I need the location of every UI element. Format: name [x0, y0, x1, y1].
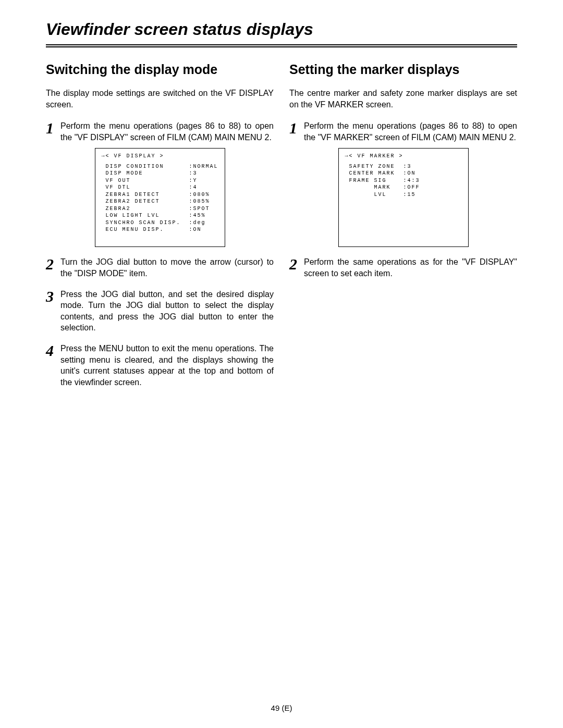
step-text: Perform the menu operations (pages 86 to… [304, 120, 517, 143]
left-intro: The display mode settings are switched o… [46, 88, 274, 110]
step-text: Turn the JOG dial button to move the arr… [60, 256, 274, 279]
menu-row: CENTER MARK :ON [345, 170, 462, 177]
menu-row: MARK :OFF [345, 184, 462, 191]
right-column: Setting the marker displays The centre m… [289, 62, 517, 388]
right-step-2: 2 Perform the same operations as for the… [289, 256, 517, 279]
step-text: Press the JOG dial button, and set the d… [60, 289, 274, 334]
menu-row: ZEBRA1 DETECT :080% [102, 191, 218, 199]
menu-row: DISP MODE :3 [102, 170, 218, 177]
step-number: 2 [289, 256, 302, 272]
menu-row: LVL :15 [345, 191, 462, 199]
right-step-1: 1 Perform the menu operations (pages 86 … [289, 120, 517, 143]
right-intro: The centre marker and safety zone marker… [289, 88, 517, 110]
menu-row: LOW LIGHT LVL :45% [102, 212, 218, 219]
step-number: 3 [46, 289, 58, 304]
left-step-4: 4 Press the MENU button to exit the menu… [46, 343, 274, 388]
menu-body: DISP CONDITION :NORMAL DISP MODE :3 VF O… [102, 163, 218, 233]
menu-row: SYNCHRO SCAN DISP. :deg [102, 219, 218, 227]
menu-row: SAFETY ZONE :3 [345, 163, 462, 170]
page-title: Viewfinder screen status displays [46, 20, 517, 42]
left-heading: Switching the display mode [46, 62, 274, 77]
left-column: Switching the display mode The display m… [46, 62, 274, 388]
step-number: 2 [46, 256, 58, 272]
step-number: 4 [46, 343, 58, 359]
menu-row: ECU MENU DISP. :ON [102, 226, 218, 233]
title-rule [46, 44, 517, 47]
step-text: Press the MENU button to exit the menu o… [60, 343, 274, 388]
vf-display-menu: →< VF DISPLAY > DISP CONDITION :NORMAL D… [95, 148, 225, 247]
step-text: Perform the menu operations (pages 86 to… [60, 120, 274, 143]
menu-row: ZEBRA2 :SPOT [102, 205, 218, 213]
step-number: 1 [46, 120, 58, 136]
step-number: 1 [289, 120, 302, 136]
left-step-2: 2 Turn the JOG dial button to move the a… [46, 256, 274, 279]
menu-row: VF OUT :Y [102, 177, 218, 184]
left-step-3: 3 Press the JOG dial button, and set the… [46, 289, 274, 334]
menu-title: →< VF MARKER > [345, 153, 462, 160]
left-step-1: 1 Perform the menu operations (pages 86 … [46, 120, 274, 143]
menu-row: DISP CONDITION :NORMAL [102, 163, 218, 170]
menu-body: SAFETY ZONE :3 CENTER MARK :ON FRAME SIG… [345, 163, 462, 199]
vf-marker-menu: →< VF MARKER > SAFETY ZONE :3 CENTER MAR… [338, 148, 469, 247]
right-heading: Setting the marker displays [289, 62, 517, 77]
menu-row: FRAME SIG :4:3 [345, 177, 462, 184]
menu-title: →< VF DISPLAY > [102, 153, 218, 160]
page-footer: 49 (E) [0, 704, 563, 712]
menu-row: ZEBRA2 DETECT :085% [102, 198, 218, 205]
menu-row: VF DTL :4 [102, 184, 218, 191]
step-text: Perform the same operations as for the "… [304, 256, 517, 279]
